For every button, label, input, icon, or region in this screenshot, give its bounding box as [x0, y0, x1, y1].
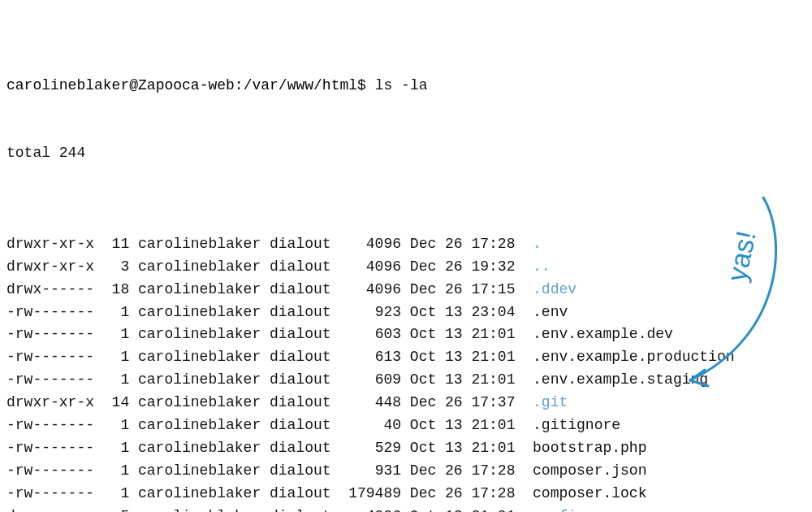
file-name: .env.example.dev [524, 323, 673, 346]
file-row: -rw-------1carolineblakerdialout923Oct 1… [6, 302, 804, 324]
file-name: .. [524, 256, 550, 279]
file-row: -rw-------1carolineblakerdialout609Oct 1… [6, 369, 804, 392]
file-row: -rw-------1carolineblakerdialout40Oct 13… [6, 414, 804, 437]
file-name: composer.json [524, 460, 646, 483]
file-row: -rw-------1carolineblakerdialout179489De… [6, 483, 804, 505]
file-name: .gitignore [524, 414, 620, 437]
file-name: . [524, 233, 542, 256]
file-name: .env [524, 302, 568, 324]
file-name: config [524, 505, 585, 512]
file-row: -rw-------1carolineblakerdialout931Dec 2… [6, 460, 804, 483]
file-row: drwx------18carolineblakerdialout4096Dec… [6, 279, 804, 302]
file-listing: drwxr-xr-x11carolineblakerdialout4096Dec… [6, 233, 804, 512]
terminal[interactable]: carolineblaker@Zapooca-web:/var/www/html… [0, 0, 812, 512]
total-line: total 244 [6, 142, 804, 165]
file-row: -rw-------1carolineblakerdialout529Oct 1… [6, 437, 804, 460]
prompt-prefix: carolineblaker@Zapooca-web:/var/www/html… [6, 77, 375, 93]
file-row: -rw-------1carolineblakerdialout613Oct 1… [6, 346, 804, 369]
file-name: bootstrap.php [524, 437, 646, 460]
file-row: drwxr-xr-x14carolineblakerdialout448Dec … [6, 392, 804, 414]
file-name: .git [524, 392, 568, 414]
file-name: .env.example.production [524, 346, 734, 369]
file-row: drwxr-xr-x3carolineblakerdialout4096Dec … [6, 256, 804, 279]
file-row: -rw-------1carolineblakerdialout603Oct 1… [6, 323, 804, 346]
command: ls -la [375, 77, 428, 93]
file-name: composer.lock [524, 483, 646, 505]
prompt-line: carolineblaker@Zapooca-web:/var/www/html… [6, 75, 804, 98]
file-row: drwxr-xr-x11carolineblakerdialout4096Dec… [6, 233, 804, 256]
file-name: .ddev [524, 279, 577, 302]
file-name: .env.example.staging [524, 369, 708, 392]
file-row: drwx------5carolineblakerdialout4096Oct … [6, 505, 804, 512]
